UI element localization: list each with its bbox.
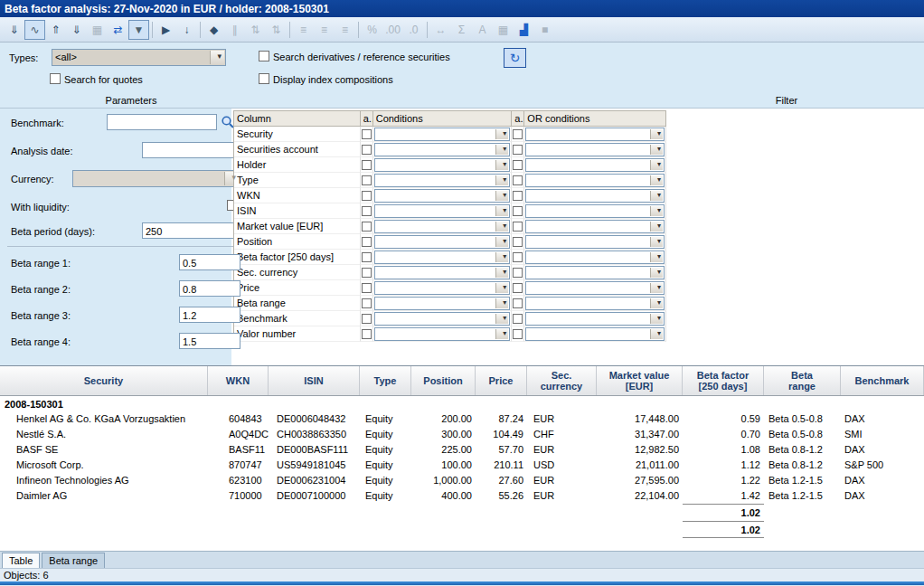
table-row[interactable]: Daimler AG710000DE0007100000Equity400.00… [0,488,924,504]
benchmark-input[interactable] [107,114,217,130]
column-header-currency[interactable]: Sec. currency [527,366,597,395]
filter-and-checkbox[interactable] [362,314,372,324]
filter-condition-select[interactable] [374,281,511,295]
filter-condition-select[interactable] [374,220,511,233]
export-analysis-icon[interactable]: ⇓ [4,20,24,40]
column-header-benchmark[interactable]: Benchmark [841,366,924,395]
search-derivatives-checkbox[interactable] [259,51,269,61]
filter-or-and-checkbox[interactable] [513,129,523,139]
filter-or-and-checkbox[interactable] [513,222,523,232]
filter-and-checkbox[interactable] [362,237,372,247]
column-header-price[interactable]: Price [476,366,527,395]
filter-or-condition-select[interactable] [525,312,665,326]
column-header-position[interactable]: Position [411,366,476,395]
filter-or-and-checkbox[interactable] [513,191,523,201]
filter-or-condition-select[interactable] [525,266,665,279]
table-row[interactable]: Microsoft Corp.870747US5949181045Equity1… [0,458,924,473]
filter-condition-select[interactable] [374,312,511,326]
filter-and-checkbox[interactable] [362,283,372,293]
filter-and-checkbox[interactable] [362,206,372,216]
filter-condition-select[interactable] [374,189,511,203]
run-icon[interactable]: ▶ [156,20,176,40]
filter-condition-select[interactable] [374,158,511,172]
column-header-beta_range[interactable]: Beta range [764,366,841,395]
table-row[interactable]: Infineon Technologies AG623100DE00062310… [0,473,924,488]
filter-or-and-checkbox[interactable] [513,175,523,185]
column-header-wkn[interactable]: WKN [208,366,269,395]
filter-condition-select[interactable] [374,250,511,264]
column-header-market_value[interactable]: Market value [EUR] [597,366,683,395]
tab-table[interactable]: Table [2,553,40,568]
filter-or-condition-select[interactable] [525,220,665,233]
filter-condition-select[interactable] [374,235,511,249]
filter-or-and-checkbox[interactable] [513,298,523,308]
filter-or-and-checkbox[interactable] [513,160,523,170]
filter-and-checkbox[interactable] [362,175,372,185]
column-header-security[interactable]: Security [0,366,208,395]
move-down-icon[interactable]: ⇓ [66,20,87,40]
filter-or-condition-select[interactable] [525,128,665,141]
refresh-icon[interactable]: ⇄ [108,20,128,40]
column-header-beta_factor[interactable]: Beta factor [250 days] [683,366,764,395]
beta-range-3-input[interactable] [179,307,240,323]
filter-condition-select[interactable] [374,143,511,156]
filter-and-checkbox[interactable] [362,222,372,232]
filter-condition-select[interactable] [374,297,511,310]
filter-or-and-checkbox[interactable] [513,237,523,247]
filter-or-and-checkbox[interactable] [513,206,523,216]
column-header-isin[interactable]: ISIN [269,366,360,395]
step-into-icon[interactable]: ↓ [176,20,197,40]
analysis-date-input[interactable] [142,142,240,158]
filter-and-checkbox[interactable] [362,145,372,155]
table-row[interactable]: Nestlé S.A.A0Q4DCCH0038863350Equity300.0… [0,427,924,442]
beta-range-4-input[interactable] [179,333,240,349]
bar-chart-icon[interactable]: ▟ [514,20,534,40]
filter-condition-select[interactable] [374,128,511,141]
filter-condition-select[interactable] [374,174,511,187]
search-for-quotes-checkbox[interactable] [50,73,61,84]
table-row[interactable]: Henkel AG & Co. KGaA Vorzugsaktien604843… [0,411,924,427]
filter-or-condition-select[interactable] [525,204,665,218]
filter-or-condition-select[interactable] [525,327,665,341]
beta-period-input[interactable] [142,222,240,239]
column-header-type[interactable]: Type [360,366,411,395]
display-index-compositions-checkbox[interactable] [259,73,269,84]
filter-or-and-checkbox[interactable] [513,252,523,262]
filter-condition-select[interactable] [374,327,511,341]
filter-row: Beta factor [250 days] [234,250,666,265]
filter-or-condition-select[interactable] [525,281,665,295]
filter-and-checkbox[interactable] [362,268,372,278]
filter-or-condition-select[interactable] [525,250,665,264]
tab-beta-range[interactable]: Beta range [42,553,105,568]
filter-icon[interactable]: ▼ [128,20,149,40]
filter-or-condition-select[interactable] [525,189,665,203]
beta-range-1-input[interactable] [179,254,240,270]
types-select[interactable]: <all> [52,49,226,66]
filter-and-checkbox[interactable] [362,160,372,170]
chart-view-icon[interactable]: ∿ [24,20,45,40]
anchor-icon[interactable]: ◆ [203,20,224,40]
filter-or-condition-select[interactable] [525,158,665,172]
filter-or-and-checkbox[interactable] [513,314,523,324]
move-up-icon[interactable]: ⇑ [45,20,66,40]
filter-or-condition-select[interactable] [525,297,665,310]
filter-or-and-checkbox[interactable] [513,268,523,278]
filter-or-and-checkbox[interactable] [513,283,523,293]
cell-beta_range: Beta 0.8-1.2 [764,442,841,458]
refresh-button[interactable]: ↻ [504,48,526,68]
filter-and-checkbox[interactable] [362,252,372,262]
filter-and-checkbox[interactable] [362,298,372,308]
beta-range-2-input[interactable] [179,280,240,297]
filter-or-condition-select[interactable] [525,143,665,156]
filter-or-condition-select[interactable] [525,235,665,249]
filter-condition-select[interactable] [374,204,511,218]
filter-condition-select[interactable] [374,266,511,279]
filter-or-condition-select[interactable] [525,174,665,187]
filter-or-and-checkbox[interactable] [513,145,523,155]
table-row[interactable]: BASF SEBASF11DE000BASF111Equity225.0057.… [0,442,924,458]
filter-and-checkbox[interactable] [362,129,372,139]
filter-or-and-checkbox[interactable] [513,329,523,339]
filter-and-checkbox[interactable] [362,191,372,201]
security-group-row[interactable]: 2008-150301 [0,396,924,411]
filter-and-checkbox[interactable] [362,329,372,339]
